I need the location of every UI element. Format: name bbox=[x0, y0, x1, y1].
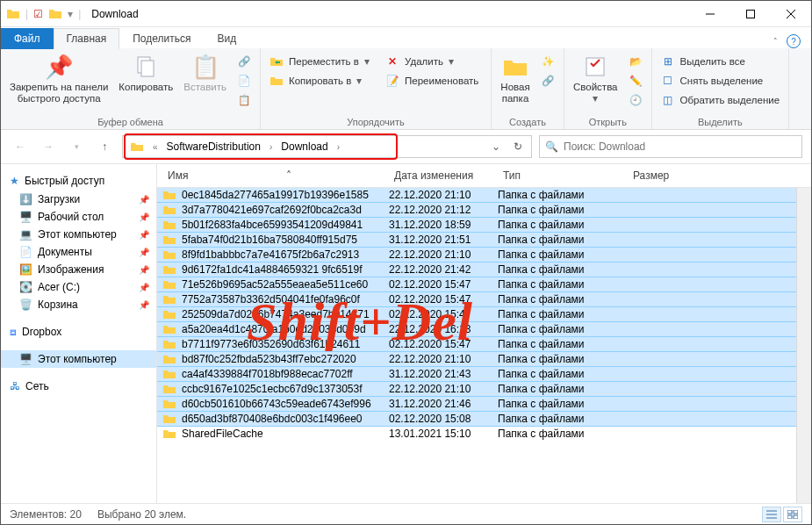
tree-quick-access[interactable]: ★Быстрый доступ bbox=[1, 171, 156, 191]
address-chev-2[interactable]: › bbox=[335, 142, 341, 152]
file-row[interactable]: 3d7a7780421e697caf2692f0bca2ca3d22.12.20… bbox=[157, 202, 796, 218]
file-type: Папка с файлами bbox=[498, 353, 628, 365]
address-chev-0[interactable]: « bbox=[151, 142, 160, 152]
new-item-button[interactable]: ✨ bbox=[535, 52, 560, 71]
file-row[interactable]: 9d6172fa1dc41a4884659321 9fc6519f22.12.2… bbox=[157, 262, 796, 277]
move-to-button[interactable]: Переместить в ▾ bbox=[264, 52, 380, 71]
address-bar[interactable]: « SoftwareDistribution › Download › ⌄ ↻ bbox=[122, 135, 532, 158]
file-date: 22.12.2020 21:12 bbox=[389, 204, 498, 216]
rename-button[interactable]: 📝Переименовать bbox=[380, 71, 487, 90]
file-row[interactable]: 8f9fd1babbbc7a7e41675f2b6a7c291322.12.20… bbox=[157, 247, 796, 262]
tab-file[interactable]: Файл bbox=[1, 28, 54, 49]
file-row[interactable]: 5faba74f0d21b16ba7580840ff915d7531.12.20… bbox=[157, 232, 796, 248]
qat-folder-icon[interactable] bbox=[48, 7, 62, 21]
file-row[interactable]: 71e526b9695ac52a555eaea5e511ce6002.12.20… bbox=[157, 277, 796, 292]
address-dropdown-icon[interactable]: ⌄ bbox=[487, 140, 505, 153]
tree-item-icon: 💽 bbox=[18, 281, 32, 293]
file-name: a5a20ea4d1c4870fa1b0dd22033d009d bbox=[182, 323, 366, 335]
search-icon: 🔍 bbox=[545, 140, 558, 153]
tree-item[interactable]: 🗑️Корзина📌 bbox=[1, 296, 156, 313]
address-root-icon[interactable] bbox=[125, 138, 149, 155]
paste-button[interactable]: 📋Вставить bbox=[178, 50, 232, 95]
folder-icon bbox=[162, 338, 178, 350]
file-row[interactable]: b7711f9773e6f0352690d63f61b2461102.12.20… bbox=[157, 336, 796, 352]
nav-tree: ★Быстрый доступ ⬇️Загрузки📌🖥️Рабочий сто… bbox=[1, 164, 157, 503]
select-none-button[interactable]: ☐Снять выделение bbox=[656, 71, 786, 90]
copy-to-button[interactable]: Копировать в ▾ bbox=[264, 71, 380, 90]
tree-this-pc[interactable]: 🖥️Этот компьютер bbox=[1, 350, 156, 368]
file-date: 31.12.2020 18:59 bbox=[389, 219, 498, 231]
col-size[interactable]: Размер bbox=[628, 168, 715, 183]
maximize-button[interactable] bbox=[730, 1, 771, 27]
copy-full-path-button[interactable]: 📄 bbox=[232, 71, 256, 90]
file-row[interactable]: ccbc9167e1025c1ecbc67d9c1373053f22.12.20… bbox=[157, 381, 796, 397]
tree-item[interactable]: 🖥️Рабочий стол📌 bbox=[1, 208, 156, 226]
close-button[interactable] bbox=[771, 1, 811, 27]
delete-button[interactable]: ✕Удалить ▾ bbox=[380, 52, 487, 71]
ribbon-collapse-icon[interactable]: ˄ bbox=[773, 37, 778, 46]
edit-button[interactable]: ✏️ bbox=[623, 71, 648, 90]
folder-icon bbox=[162, 234, 178, 246]
col-date[interactable]: Дата изменения bbox=[389, 168, 498, 183]
scrollbar[interactable] bbox=[796, 188, 811, 503]
tab-share[interactable]: Поделиться bbox=[119, 28, 204, 49]
open-button[interactable]: 📂 bbox=[623, 52, 648, 71]
copy-button[interactable]: Копировать bbox=[113, 50, 178, 95]
tree-item[interactable]: ⬇️Загрузки📌 bbox=[1, 191, 156, 208]
view-large-button[interactable] bbox=[783, 507, 802, 522]
address-chev-1[interactable]: › bbox=[268, 142, 274, 152]
file-row[interactable]: d650ad3bf870408e6bdc003c1f496ee002.12.20… bbox=[157, 411, 796, 427]
ribbon: 📌Закрепить на панели быстрого доступа Ко… bbox=[1, 48, 811, 129]
invert-selection-button[interactable]: ◫Обратить выделение bbox=[656, 90, 786, 110]
tree-dropbox[interactable]: ⧈Dropbox bbox=[1, 322, 156, 342]
history-button[interactable]: 🕘 bbox=[623, 90, 648, 110]
paste-shortcut-button[interactable]: 📋 bbox=[232, 90, 256, 110]
view-details-button[interactable] bbox=[762, 507, 781, 522]
file-row[interactable]: 7752a73587b3362d504041fe0fa96c0f02.12.20… bbox=[157, 291, 796, 307]
file-date: 22.12.2020 21:42 bbox=[389, 263, 498, 276]
col-name[interactable]: Имя˄ bbox=[162, 168, 389, 183]
folder-icon bbox=[162, 293, 178, 306]
pin-button[interactable]: 📌Закрепить на панели быстрого доступа bbox=[4, 50, 113, 106]
tab-view[interactable]: Вид bbox=[204, 28, 249, 49]
file-row[interactable]: bd87f0c252fbda523b43ff7ebc27202022.12.20… bbox=[157, 351, 796, 367]
properties-button[interactable]: Свойства▾ bbox=[568, 50, 623, 106]
file-row[interactable]: a5a20ea4d1c4870fa1b0dd22033d009d22.12.20… bbox=[157, 321, 796, 337]
tree-item[interactable]: 💽Acer (C:)📌 bbox=[1, 278, 156, 296]
file-row[interactable]: ca4af4339884f7018bf988ecac7702ff31.12.20… bbox=[157, 366, 796, 382]
search-box[interactable]: 🔍 bbox=[539, 135, 802, 158]
file-row[interactable]: 0ec1845da277465a19917b19396e158522.12.20… bbox=[157, 188, 796, 203]
qat-sep: | bbox=[25, 8, 28, 20]
file-row[interactable]: 252509da7d0256b7474a3eed7b01437102.12.20… bbox=[157, 306, 796, 322]
nav-recent-button[interactable]: ▾ bbox=[66, 136, 87, 157]
refresh-button[interactable]: ↻ bbox=[507, 140, 529, 153]
qat-dropdown-icon[interactable]: ▾ bbox=[68, 8, 73, 20]
tree-item[interactable]: 📄Документы📌 bbox=[1, 243, 156, 261]
new-folder-button[interactable]: Новая папка bbox=[495, 50, 535, 106]
select-all-button[interactable]: ⊞Выделить все bbox=[656, 52, 786, 71]
file-type: Папка с файлами bbox=[498, 189, 628, 201]
nav-up-button[interactable]: ↑ bbox=[94, 136, 115, 157]
file-date: 31.12.2020 21:43 bbox=[389, 368, 498, 380]
group-clipboard-label: Буфер обмена bbox=[4, 115, 256, 129]
minimize-button[interactable] bbox=[690, 1, 730, 27]
file-row[interactable]: SharedFileCache13.01.2021 15:10Папка с ф… bbox=[157, 426, 796, 442]
file-date: 22.12.2020 21:10 bbox=[389, 189, 498, 201]
easy-access-button[interactable]: 🔗 bbox=[535, 71, 560, 90]
search-input[interactable] bbox=[564, 140, 796, 153]
file-row[interactable]: d60cb501610b66743c59eade6743ef99631.12.2… bbox=[157, 396, 796, 412]
tree-network[interactable]: 🖧Сеть bbox=[1, 377, 156, 396]
address-seg-1[interactable]: SoftwareDistribution bbox=[162, 139, 266, 155]
col-type[interactable]: Тип bbox=[498, 168, 628, 183]
tree-item[interactable]: 🖼️Изображения📌 bbox=[1, 261, 156, 278]
help-icon[interactable]: ? bbox=[787, 34, 801, 48]
file-row[interactable]: 5b01f2683fa4bce65993541209d4984131.12.20… bbox=[157, 217, 796, 233]
nav-forward-button[interactable]: → bbox=[38, 136, 59, 157]
address-seg-2[interactable]: Download bbox=[276, 139, 333, 155]
qat-checkbox-icon[interactable]: ☑ bbox=[33, 8, 43, 20]
copy-path-button[interactable]: 🔗 bbox=[232, 52, 256, 71]
tree-item-icon: 🗑️ bbox=[18, 298, 32, 311]
tab-home[interactable]: Главная bbox=[54, 28, 120, 49]
tree-item[interactable]: 💻Этот компьютер📌 bbox=[1, 226, 156, 243]
nav-back-button[interactable]: ← bbox=[10, 136, 31, 157]
